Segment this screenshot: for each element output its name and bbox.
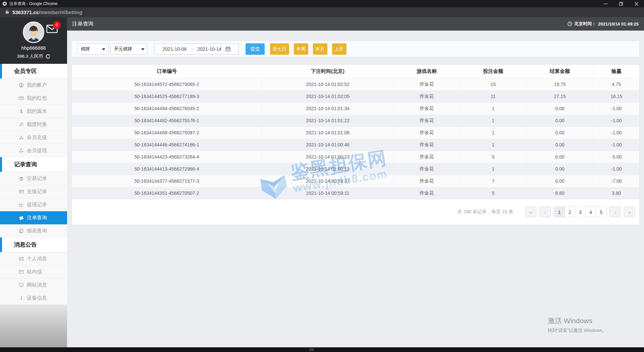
next-page-button[interactable]: › — [609, 207, 621, 217]
settle-amount-cell: 0.00 — [526, 175, 593, 187]
mail-badge: 0 — [53, 21, 61, 29]
table-row: 50-1634144413-4566272986-42021-10-14 01:… — [72, 163, 639, 175]
sidebar-item-ticket[interactable]: 注单查询 — [0, 211, 67, 224]
nav-section-2: 消息公告 — [0, 237, 67, 252]
dollar-icon — [18, 108, 24, 114]
game-name-cell: 炸金花 — [393, 127, 460, 139]
idcard-icon — [18, 256, 24, 261]
game-name-cell: 炸金花 — [393, 151, 460, 163]
username: hhp666888 — [0, 45, 67, 51]
sidebar-item-label: 设备信息 — [27, 295, 47, 301]
page-button-3[interactable]: 3 — [575, 207, 585, 217]
bottom-bar-blip — [309, 348, 314, 351]
sidebar-item-card[interactable]: 充值记录 — [0, 185, 67, 198]
minimize-button[interactable] — [598, 0, 613, 7]
platform-select[interactable]: 开元棋牌 — [110, 43, 148, 55]
betting-table-panel: 订单编号下注时间(北京)游戏名称投注金额结算金额输赢 50-1634144572… — [71, 64, 640, 225]
table-row: 50-1634144468-4566275097-22021-10-14 01:… — [72, 127, 639, 139]
bet-time-cell: 2021-10-14 01:01:34 — [262, 102, 394, 115]
page-button-1[interactable]: 1 — [554, 207, 565, 217]
table-row: 50-1634144482-4566275576-12021-10-14 01:… — [72, 115, 639, 127]
sidebar-item-idcard[interactable]: 个人消息 — [0, 252, 67, 265]
submit-button[interactable]: 提交 — [246, 43, 265, 55]
close-button[interactable] — [629, 0, 644, 7]
url-host: 5363371.cc — [12, 9, 39, 15]
page-button-2[interactable]: 2 — [565, 207, 575, 217]
quick-filter-button-2[interactable]: 本月 — [313, 43, 327, 55]
first-page-button[interactable]: « — [525, 207, 536, 217]
game-name-cell: 炸金花 — [393, 139, 460, 151]
sidebar-item-report[interactable]: 报表查询 — [0, 224, 67, 237]
quick-filter-buttons: 近七日本周本月上月 — [270, 43, 351, 55]
settle-amount-cell: 0.00 — [526, 151, 593, 163]
date-from: 2021-10-08 — [163, 46, 187, 52]
page-button-4[interactable]: 4 — [585, 207, 596, 217]
quick-filter-button-3[interactable]: 上月 — [332, 43, 346, 55]
sidebar-item-deposit[interactable]: 会员充值 — [0, 131, 67, 144]
chevron-down-icon — [102, 48, 105, 50]
refresh-balance-icon[interactable] — [46, 54, 50, 59]
order-id-cell: 50-1634144482-4566275576-1 — [72, 115, 262, 127]
order-id-cell: 50-1634144494-4566276045-2 — [72, 102, 262, 115]
game-name-cell: 炸金花 — [393, 175, 460, 187]
page-url: 5363371.cc/member/#/betting — [12, 9, 82, 15]
sidebar-item-info[interactable]: 设备信息 — [0, 292, 67, 305]
report-icon — [18, 228, 24, 233]
quick-filter-button-1[interactable]: 本周 — [294, 43, 308, 55]
page-title: 注单查询 — [72, 20, 94, 28]
sidebar-item-user[interactable]: 我的帐户 — [0, 79, 67, 92]
sidebar-item-dollar[interactable]: 我的返水 — [0, 105, 67, 118]
sidebar-item-label: 注单查询 — [27, 215, 47, 221]
order-id-cell: 50-1634144377-4566271577-3 — [72, 175, 262, 187]
bet-time-cell: 2021-10-14 01:01:08 — [262, 127, 394, 139]
monitor-icon — [18, 282, 24, 288]
date-range-input[interactable]: 2021-10-08 ~ 2021-10-14 — [154, 43, 239, 55]
info-icon — [18, 295, 24, 301]
sidebar-item-label: 我的返水 — [27, 108, 47, 115]
sidebar-item-label: 提现记录 — [27, 202, 47, 208]
restore-button[interactable] — [613, 0, 629, 7]
bet-amount-cell: 1 — [460, 102, 526, 115]
winloss-cell: 3.80 — [593, 187, 639, 199]
sidebar-item-packet[interactable]: 我的红包 — [0, 92, 67, 105]
sidebar-item-chart[interactable]: 提现记录 — [0, 198, 67, 211]
page-button-5[interactable]: 5 — [596, 207, 606, 217]
column-header-1: 下注时间(北京) — [262, 65, 394, 78]
table-header-row: 订单编号下注时间(北京)游戏名称投注金额结算金额输赢 — [72, 65, 639, 78]
sidebar-item-monitor[interactable]: 网站消息 — [0, 278, 67, 292]
game-type-select[interactable]: 棋牌 — [77, 43, 108, 55]
bet-amount-cell: 1 — [460, 163, 526, 175]
address-bar[interactable]: 5363371.cc/member/#/betting — [0, 7, 644, 17]
time-label: 北京时间： — [574, 21, 596, 27]
prev-page-button[interactable]: ‹ — [539, 207, 551, 217]
settle-amount-cell: 0.00 — [526, 163, 593, 175]
sidebar-item-label: 报表查询 — [27, 228, 47, 234]
sidebar-item-mailo[interactable]: 站内信 — [0, 265, 67, 278]
winloss-cell: -1.00 — [593, 139, 639, 151]
sidebar-item-exchange[interactable]: 额度转换 — [0, 118, 67, 131]
activation-title: 激活 Windows — [548, 316, 607, 325]
winloss-cell: 4.75 — [593, 78, 639, 90]
settle-amount-cell: 0.00 — [526, 102, 593, 115]
table-row: 50-1634144377-4566271577-32021-10-14 00:… — [72, 175, 639, 187]
winloss-cell: -1.00 — [593, 127, 639, 139]
quick-filter-button-0[interactable]: 近七日 — [270, 43, 289, 55]
sidebar-item-bank[interactable]: 交易记录 — [0, 172, 67, 185]
bank-icon — [18, 176, 24, 181]
winloss-cell: -1.00 — [593, 163, 639, 175]
order-id-cell: 50-1634144423-4566273264-4 — [72, 151, 262, 163]
sidebar-item-withdraw[interactable]: 会员提现 — [0, 144, 67, 157]
bet-time-cell: 2021-10-14 01:00:23 — [262, 151, 394, 163]
user-block: 0 hhp666888 396.3 人民币 — [0, 17, 67, 64]
window-controls — [598, 0, 644, 7]
bet-time-cell: 2021-10-14 00:59:37 — [262, 175, 394, 187]
ticket-icon — [18, 215, 24, 220]
game-name-cell: 炸金花 — [393, 90, 460, 102]
order-id-cell: 50-1634144468-4566275097-2 — [72, 127, 262, 139]
main-area: 注单查询 北京时间： 2021/10/14 01:49:25 棋牌 开元棋牌 — [67, 17, 644, 352]
beijing-time: 北京时间： 2021/10/14 01:49:25 — [568, 21, 639, 27]
url-path: /member/#/betting — [39, 9, 82, 15]
sidebar-item-label: 个人消息 — [27, 256, 47, 262]
exchange-icon — [18, 122, 24, 127]
last-page-button[interactable]: » — [624, 207, 635, 217]
